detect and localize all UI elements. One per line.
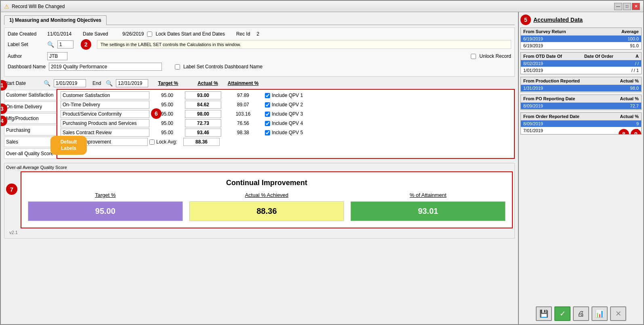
label-set-input[interactable]	[57, 40, 73, 49]
ci-title: Continual Improvement	[28, 179, 506, 187]
survey-row-0: 6/19/2019100.0	[521, 36, 641, 42]
tab-bar: 1) Measuring and Monitoring Objectives	[4, 15, 515, 25]
version-text: v2.1	[6, 228, 513, 236]
row1-attainment: 89.07	[223, 102, 263, 108]
order-col2: Actual %	[620, 114, 639, 119]
po-row-0: 8/09/201972.7	[521, 103, 641, 110]
row2-include-checkbox[interactable]	[265, 112, 270, 117]
left-label-5: Over-all Quality Score	[4, 148, 57, 159]
row1-include-checkbox[interactable]	[265, 102, 270, 108]
row0-actual[interactable]	[185, 91, 221, 99]
data-table-area: Customer Satisfaction On-time Delivery M…	[4, 89, 515, 159]
row4-actual[interactable]	[185, 129, 221, 137]
save-button[interactable]: 💾	[536, 306, 552, 321]
row3-actual[interactable]	[185, 119, 221, 127]
row4-include-checkbox[interactable]	[265, 130, 270, 135]
dashboard-name-input[interactable]	[49, 63, 162, 71]
row3-input[interactable]	[61, 119, 149, 127]
title-bar: ⚠ Record Will Be Changed — □ ✕	[1, 1, 643, 12]
print-button[interactable]: 🖨	[573, 306, 589, 321]
po-col2: Actual %	[620, 96, 639, 101]
accumulated-data-title: Accumulated Data	[533, 17, 583, 23]
date-created-label: Date Created	[8, 31, 44, 37]
label-set-search-icon[interactable]: 🔍	[47, 41, 54, 48]
rec-id-value: 2	[257, 31, 260, 37]
ci-actual-value: 88.36	[189, 201, 344, 221]
table-row: 95.00 76.56 Include QPV 4	[59, 119, 512, 127]
row0-include-checkbox[interactable]	[265, 93, 270, 98]
ci-actual-header: Actual % Achieved	[189, 192, 344, 198]
confirm-button[interactable]: ✓	[554, 306, 571, 321]
survey-return-title: From Survey Return	[523, 29, 566, 34]
row0-input[interactable]	[61, 91, 149, 99]
right-panel: 5 Accumulated Data From Survey Return Av…	[518, 12, 643, 324]
production-section: From Production Reported Actual % 1/31/2…	[520, 77, 642, 92]
survey-return-col2: Average	[621, 29, 639, 34]
badge-9: 9	[631, 129, 641, 135]
attainment-pct-header: Attainment %	[228, 80, 259, 86]
author-label: Author	[8, 53, 44, 59]
form-header: Date Created 11/01/2014 Date Saved 9/26/…	[4, 27, 515, 77]
main-window: ⚠ Record Will Be Changed — □ ✕ 1) Measur…	[0, 0, 644, 325]
ci-attainment-header: % of Attainment	[350, 192, 506, 198]
minimize-button[interactable]: —	[614, 3, 622, 10]
date-saved-label: Date Saved	[83, 31, 119, 37]
close-window-button[interactable]: ✕	[632, 3, 640, 10]
date-saved-value: 9/26/2019	[122, 31, 144, 37]
unlock-record-checkbox[interactable]	[471, 54, 476, 59]
end-label: End	[92, 80, 101, 86]
production-row-0: 1/31/201998.0	[521, 85, 641, 92]
row0-target: 95.00	[151, 93, 183, 98]
row4-target: 95.00	[151, 130, 183, 135]
default-labels-badge: DefaultLabels	[50, 136, 87, 155]
left-label-2: Mfg/Production	[4, 113, 57, 124]
production-title: From Production Reported	[523, 78, 580, 83]
left-label-3: Purchasing	[4, 125, 57, 135]
tab-measuring[interactable]: 1) Measuring and Monitoring Objectives	[4, 15, 107, 25]
panel-close-button[interactable]: ✕	[610, 306, 626, 321]
start-date-search-icon[interactable]: 🔍	[44, 80, 50, 87]
row2-attainment: 103.16	[223, 111, 263, 117]
lock-avg-checkbox[interactable]	[149, 139, 155, 145]
actual-pct-header: Actual %	[197, 80, 218, 86]
row0-include: Include QPV 1	[265, 93, 321, 98]
production-col2: Actual %	[620, 78, 639, 83]
otd-row-1: 1/01/2019/ / 1	[521, 67, 641, 74]
lock-avg-label: Lock Avg:	[156, 139, 177, 145]
unlock-record-label: Unlock Record	[479, 53, 511, 59]
row0-attainment: 97.89	[223, 93, 263, 98]
row3-include-checkbox[interactable]	[265, 121, 270, 126]
row1-include: Include QPV 2	[265, 102, 321, 108]
order-row-0: 8/09/20199	[521, 120, 641, 127]
author-input[interactable]	[47, 52, 67, 60]
row2-input[interactable]	[61, 110, 149, 118]
chart-button[interactable]: 📊	[592, 306, 608, 321]
start-date-input[interactable]	[54, 79, 86, 87]
info-text: The settings in the LABEL SET controls t…	[97, 40, 511, 49]
otd-section: From OTD Date Of Date Of Order A 8/02/20…	[520, 52, 642, 74]
otd-row-0: 8/02/2019/ /	[521, 60, 641, 67]
survey-return-section: From Survey Return Average 6/19/2019100.…	[520, 27, 642, 50]
continual-actual[interactable]	[183, 138, 220, 146]
ci-attainment-value: 93.01	[350, 201, 506, 221]
ci-target-header: Target %	[28, 192, 183, 198]
overall-label: Over-all Average Quality Score	[6, 165, 513, 170]
row1-actual[interactable]	[185, 101, 221, 109]
end-date-input[interactable]	[116, 79, 148, 87]
row2-actual[interactable]	[185, 110, 221, 118]
lock-dates-checkbox[interactable]	[147, 32, 152, 37]
maximize-button[interactable]: □	[623, 3, 631, 10]
row4-input[interactable]	[61, 129, 149, 137]
table-row: 95.00 97.89 Include QPV 1	[59, 91, 512, 99]
badge-8: 8	[619, 129, 629, 135]
label-set-controls-checkbox[interactable]	[175, 64, 180, 70]
end-date-search-icon[interactable]: 🔍	[106, 80, 113, 87]
continual-improvement-box: Continual Improvement Target % Actual % …	[21, 171, 513, 228]
left-label-0: Customer Satisfaction	[4, 90, 57, 100]
lock-avg-cell: Lock Avg:	[149, 139, 182, 145]
row1-input[interactable]	[61, 101, 149, 109]
badge-7: 7	[6, 184, 17, 195]
order-section: From Order Reported Date Actual % 8/09/2…	[520, 112, 642, 135]
ci-target-value: 95.00	[28, 201, 183, 221]
left-panel: 1) Measuring and Monitoring Objectives D…	[1, 12, 518, 324]
